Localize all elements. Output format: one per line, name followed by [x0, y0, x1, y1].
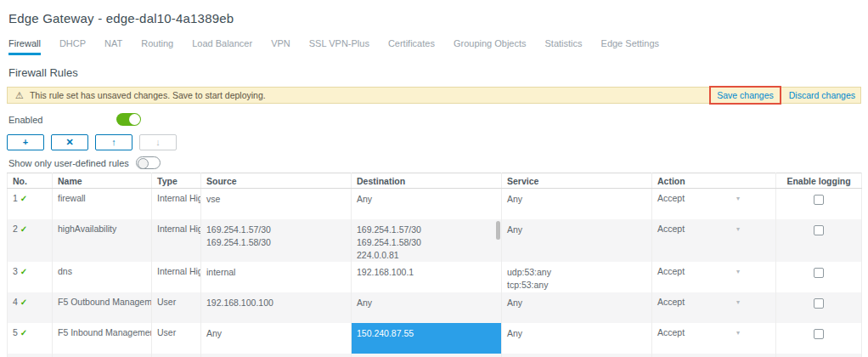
table-row: 2✓highAvailabilityInternal High169.254.1…	[8, 219, 862, 262]
x-icon: ✕	[65, 138, 73, 147]
rule-type-cell: Default Policy	[152, 354, 201, 357]
rule-service-cell[interactable]: Any	[502, 292, 652, 323]
edge-gateway-page: Edge Gateway - edge-dal10-4a1389eb Firew…	[0, 11, 868, 357]
rule-destination-cell[interactable]: Any	[352, 189, 502, 219]
chevron-down-icon[interactable]: ▾	[736, 269, 740, 275]
plus-icon: +	[23, 138, 28, 147]
column-header-enable-logging: Enable logging	[776, 173, 862, 189]
table-row: 4✓F5 Outbound Management RuleUser192.168…	[8, 292, 862, 323]
tab-firewall[interactable]: Firewall	[8, 38, 41, 55]
cell-value: 192.168.100.100	[206, 297, 346, 309]
rule-source-cell[interactable]: vse	[201, 189, 352, 219]
check-icon: ✓	[20, 224, 27, 234]
filter-label: Show only user-defined rules	[8, 158, 129, 168]
enable-logging-cell	[776, 262, 862, 292]
rule-name-cell[interactable]: highAvailability	[53, 219, 152, 262]
check-icon: ✓	[20, 298, 27, 307]
logging-checkbox[interactable]	[814, 298, 824, 309]
rule-service-cell[interactable]: Any	[502, 219, 652, 262]
rule-number-cell: 2✓	[8, 219, 53, 262]
add-rule-button[interactable]: +	[7, 134, 44, 150]
move-rule-up-button[interactable]: ↑	[95, 134, 132, 150]
rule-name-cell[interactable]: F5 Inbound Management Rule	[53, 323, 152, 354]
rule-source-cell[interactable]: 169.254.1.57/30169.254.1.58/30	[201, 219, 352, 262]
tab-nat[interactable]: NAT	[104, 38, 122, 55]
action-value: Accept	[657, 297, 685, 307]
tab-dhcp[interactable]: DHCP	[59, 38, 86, 55]
rule-number: 5	[13, 327, 18, 337]
discard-changes-button[interactable]: Discard changes	[789, 90, 855, 100]
tab-vpn[interactable]: VPN	[271, 38, 290, 55]
user-defined-rules-toggle[interactable]	[136, 156, 161, 169]
rule-action-cell[interactable]: Accept▾	[652, 219, 776, 262]
rule-number: 2	[13, 224, 18, 234]
delete-rule-button[interactable]: ✕	[51, 134, 88, 150]
cell-value: vse	[206, 193, 346, 206]
cell-value: 169.254.1.57/30	[206, 224, 346, 236]
tab-load-balancer[interactable]: Load Balancer	[192, 38, 252, 55]
enabled-toggle[interactable]	[116, 113, 141, 126]
cell-value: 192.168.100.1	[357, 266, 496, 279]
save-changes-button[interactable]: Save changes	[709, 86, 781, 105]
column-header-action: Action	[652, 173, 776, 189]
enable-logging-cell	[776, 292, 862, 323]
rule-name-cell[interactable]: dns	[53, 262, 152, 292]
logging-checkbox[interactable]	[814, 195, 824, 205]
move-rule-down-button[interactable]: ↓	[139, 134, 177, 150]
tab-routing[interactable]: Routing	[141, 38, 173, 55]
rule-source-cell[interactable]: Any	[201, 323, 352, 354]
cell-scrollbar[interactable]	[496, 221, 500, 240]
rule-service-cell[interactable]: udp:53:anytcp:53:any	[502, 262, 652, 292]
tab-grouping-objects[interactable]: Grouping Objects	[454, 38, 527, 55]
rule-destination-cell[interactable]: 192.168.100.1	[352, 262, 502, 292]
rule-destination-cell[interactable]: Any	[352, 354, 502, 357]
rule-service-cell[interactable]: Any	[502, 323, 652, 354]
logging-checkbox[interactable]	[814, 329, 824, 339]
tab-bar: FirewallDHCPNATRoutingLoad BalancerVPNSS…	[8, 38, 868, 55]
chevron-down-icon[interactable]: ▾	[736, 299, 740, 306]
rule-action-cell[interactable]: Accept▾	[652, 323, 776, 354]
rule-destination-cell[interactable]: 150.240.87.55	[352, 323, 502, 354]
tab-statistics[interactable]: Statistics	[545, 38, 583, 55]
cell-value: Any	[507, 224, 646, 236]
rule-number-cell: 5✓	[8, 323, 53, 354]
rule-source-cell[interactable]: Any	[201, 354, 352, 357]
cell-value: internal	[206, 266, 346, 279]
rule-name-cell[interactable]: firewall	[53, 189, 152, 219]
rule-action-cell[interactable]: Accept▾	[652, 262, 776, 292]
chevron-down-icon[interactable]: ▾	[736, 226, 740, 233]
rule-source-cell[interactable]: internal	[201, 262, 352, 292]
rule-source-cell[interactable]: 192.168.100.100	[201, 292, 352, 323]
rule-action-cell[interactable]: Accept▾	[652, 189, 776, 219]
enabled-label: Enabled	[8, 115, 116, 125]
column-header-no-: No.	[8, 173, 53, 189]
enable-logging-cell	[776, 189, 862, 219]
rule-number-cell: 1✓	[8, 189, 53, 219]
table-body: 1✓firewallInternal HighvseAnyAnyAccept▾2…	[8, 189, 862, 357]
action-value: Accept	[657, 327, 685, 337]
rule-service-cell[interactable]: Any	[502, 354, 652, 357]
rule-service-cell[interactable]: Any	[502, 189, 652, 219]
tab-edge-settings[interactable]: Edge Settings	[601, 38, 660, 55]
rule-destination-cell[interactable]: Any	[352, 292, 502, 323]
tab-certificates[interactable]: Certificates	[388, 38, 435, 55]
logging-checkbox[interactable]	[814, 268, 824, 278]
tab-ssl-vpn-plus[interactable]: SSL VPN-Plus	[309, 38, 369, 55]
rule-name-cell[interactable]: default rule for ingress traffic	[53, 354, 152, 357]
cell-value: Any	[206, 327, 346, 340]
rule-destination-cell[interactable]: 169.254.1.57/30169.254.1.58/30224.0.0.81	[352, 219, 502, 262]
column-header-source: Source	[201, 173, 352, 189]
column-header-name: Name	[53, 173, 152, 189]
table-row: 6✓default rule for ingress trafficDefaul…	[8, 354, 862, 357]
cell-value: 224.0.0.81	[357, 249, 496, 262]
arrow-up-icon: ↑	[111, 138, 116, 147]
chevron-down-icon[interactable]: ▾	[736, 330, 740, 337]
table-row: 1✓firewallInternal HighvseAnyAnyAccept▾	[8, 189, 862, 219]
enabled-row: Enabled	[8, 113, 868, 126]
chevron-down-icon[interactable]: ▾	[736, 196, 740, 202]
rule-action-cell[interactable]: Deny▾	[652, 354, 776, 357]
logging-checkbox[interactable]	[814, 225, 824, 235]
rule-name-cell[interactable]: F5 Outbound Management Rule	[53, 292, 152, 323]
table-header-row: No.NameTypeSourceDestinationServiceActio…	[8, 173, 862, 189]
rule-action-cell[interactable]: Accept▾	[652, 292, 776, 323]
